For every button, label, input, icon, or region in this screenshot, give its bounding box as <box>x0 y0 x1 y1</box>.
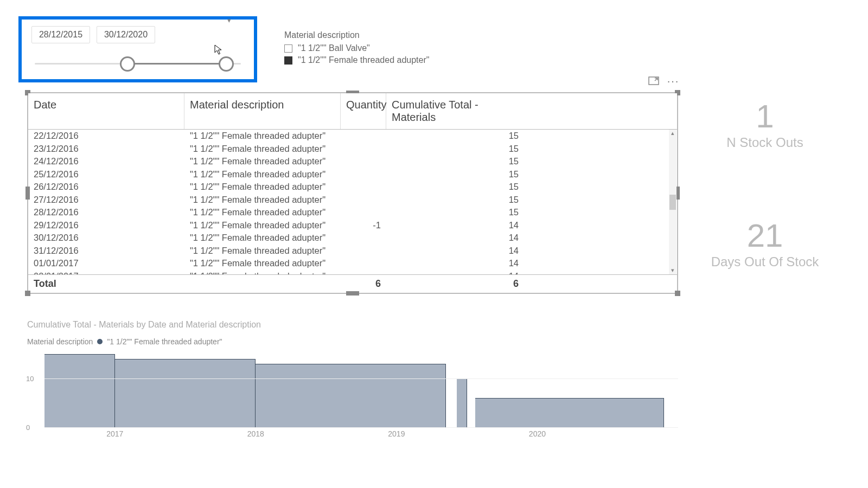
footer-total-label: Total <box>28 275 184 293</box>
focus-mode-icon[interactable] <box>648 76 660 86</box>
kpi-value: 21 <box>689 220 841 252</box>
table-row[interactable]: 24/12/2016"1 1/2"" Female threaded adupt… <box>28 155 677 168</box>
cell-cumulative: 15 <box>386 181 524 193</box>
legend-field-label: Material description <box>27 337 93 346</box>
table-scrollbar[interactable]: ▴ ▾ <box>669 130 676 274</box>
column-header-date[interactable]: Date <box>28 93 184 129</box>
y-axis-tick: 0 <box>26 423 30 432</box>
cell-cumulative: 15 <box>386 155 524 168</box>
scrollbar-thumb[interactable] <box>669 195 676 210</box>
material-option-label: "1 1/2"" Female threaded adupter" <box>298 55 429 65</box>
cell-date: 24/12/2016 <box>28 155 184 168</box>
cell-date: 26/12/2016 <box>28 181 184 193</box>
column-header-cumulative[interactable]: Cumulative Total - Materials <box>386 93 524 129</box>
cell-material: "1 1/2"" Female threaded adupter" <box>184 168 341 181</box>
cell-date: 23/12/2016 <box>28 143 184 155</box>
cell-date: 28/12/2016 <box>28 206 184 219</box>
table-row[interactable]: 23/12/2016"1 1/2"" Female threaded adupt… <box>28 143 677 156</box>
checkbox-icon[interactable] <box>284 44 292 53</box>
legend-series-name: "1 1/2"" Female threaded adupter" <box>107 337 222 346</box>
cell-quantity <box>341 249 386 252</box>
scroll-up-icon[interactable]: ▴ <box>669 130 676 137</box>
table-row[interactable]: 01/01/2017"1 1/2"" Female threaded adupt… <box>28 257 677 270</box>
x-axis-tick: 2017 <box>106 429 123 438</box>
date-slicer[interactable]: ▾ 28/12/2015 30/12/2020 <box>18 16 257 82</box>
scroll-down-icon[interactable]: ▾ <box>669 267 676 274</box>
table-row[interactable]: 02/01/2017"1 1/2"" Female threaded adupt… <box>28 270 677 275</box>
cell-cumulative: 14 <box>386 257 524 269</box>
cell-material: "1 1/2"" Female threaded adupter" <box>184 143 341 155</box>
kpi-label: N Stock Outs <box>689 135 841 150</box>
date-end-input[interactable]: 30/12/2020 <box>97 26 155 43</box>
slicer-type-icon[interactable]: ▾ <box>227 16 231 24</box>
material-description-slicer[interactable]: Material description "1 1/2"" Ball Valve… <box>284 30 429 67</box>
cell-date: 22/12/2016 <box>28 130 184 142</box>
cell-cumulative: 14 <box>386 245 524 257</box>
cell-material: "1 1/2"" Female threaded adupter" <box>184 270 341 274</box>
table-row[interactable]: 27/12/2016"1 1/2"" Female threaded adupt… <box>28 194 677 207</box>
cell-quantity <box>341 237 386 239</box>
gridline <box>44 378 678 379</box>
cell-date: 31/12/2016 <box>28 245 184 257</box>
cell-material: "1 1/2"" Female threaded adupter" <box>184 155 341 168</box>
table-row[interactable]: 25/12/2016"1 1/2"" Female threaded adupt… <box>28 168 677 181</box>
table-row[interactable]: 31/12/2016"1 1/2"" Female threaded adupt… <box>28 245 677 258</box>
cell-date: 27/12/2016 <box>28 194 184 206</box>
materials-table-visual[interactable]: ··· Date Material description Quantity C… <box>27 92 678 294</box>
more-options-icon[interactable]: ··· <box>667 76 679 86</box>
slider-active-range <box>127 63 226 65</box>
footer-total-cumulative: 6 <box>386 275 524 293</box>
cell-date: 30/12/2016 <box>28 232 184 244</box>
chart-step-segment <box>457 378 467 427</box>
cell-quantity <box>341 186 386 188</box>
chart-title: Cumulative Total - Materials by Date and… <box>27 320 678 330</box>
gridline <box>44 427 678 428</box>
cell-quantity <box>341 211 386 214</box>
footer-total-quantity: 6 <box>341 275 386 293</box>
cell-quantity <box>341 135 386 137</box>
material-option[interactable]: "1 1/2"" Ball Valve" <box>284 43 429 53</box>
legend-marker-icon <box>97 339 103 344</box>
cell-date: 02/01/2017 <box>28 270 184 274</box>
cell-cumulative: 15 <box>386 130 524 142</box>
table-footer-row: Total 6 6 <box>28 274 677 293</box>
material-option[interactable]: "1 1/2"" Female threaded adupter" <box>284 55 429 65</box>
table-body: 22/12/2016"1 1/2"" Female threaded adupt… <box>28 130 677 274</box>
x-axis-tick: 2019 <box>388 429 405 438</box>
chart-step-segment <box>115 359 256 427</box>
slider-handle-end[interactable] <box>219 56 234 72</box>
date-range-slider[interactable] <box>35 56 241 72</box>
cell-quantity <box>341 262 386 265</box>
date-start-input[interactable]: 28/12/2015 <box>31 26 90 43</box>
x-axis-tick: 2018 <box>247 429 264 438</box>
cell-quantity <box>341 160 386 163</box>
cell-cumulative: 15 <box>386 143 524 155</box>
cell-cumulative: 14 <box>386 270 524 274</box>
kpi-value: 1 <box>689 100 841 133</box>
checkbox-icon[interactable] <box>284 56 292 65</box>
table-header-row: Date Material description Quantity Cumul… <box>28 93 677 130</box>
table-row[interactable]: 28/12/2016"1 1/2"" Female threaded adupt… <box>28 206 677 219</box>
cell-material: "1 1/2"" Female threaded adupter" <box>184 245 341 257</box>
kpi-n-stock-outs[interactable]: 1 N Stock Outs <box>689 100 841 150</box>
table-row[interactable]: 26/12/2016"1 1/2"" Female threaded adupt… <box>28 181 677 194</box>
cumulative-total-chart[interactable]: Cumulative Total - Materials by Date and… <box>27 320 678 436</box>
cell-material: "1 1/2"" Female threaded adupter" <box>184 194 341 206</box>
cell-material: "1 1/2"" Female threaded adupter" <box>184 219 341 232</box>
cell-date: 25/12/2016 <box>28 168 184 181</box>
cell-quantity: -1 <box>341 219 386 232</box>
kpi-days-out-of-stock[interactable]: 21 Days Out Of Stock <box>689 220 841 269</box>
cell-cumulative: 15 <box>386 194 524 206</box>
chart-step-segment <box>475 398 664 427</box>
slider-handle-start[interactable] <box>120 56 135 72</box>
table-row[interactable]: 22/12/2016"1 1/2"" Female threaded adupt… <box>28 130 677 143</box>
mouse-cursor-icon <box>214 44 223 55</box>
column-header-material[interactable]: Material description <box>184 93 341 129</box>
table-row[interactable]: 30/12/2016"1 1/2"" Female threaded adupt… <box>28 232 677 245</box>
chart-plot-area[interactable]: 2017201820192020 010 <box>27 349 678 436</box>
table-row[interactable]: 29/12/2016"1 1/2"" Female threaded adupt… <box>28 219 677 232</box>
column-header-quantity[interactable]: Quantity <box>341 93 386 129</box>
y-axis-tick: 10 <box>26 375 34 383</box>
cell-material: "1 1/2"" Female threaded adupter" <box>184 181 341 193</box>
kpi-label: Days Out Of Stock <box>689 254 841 269</box>
